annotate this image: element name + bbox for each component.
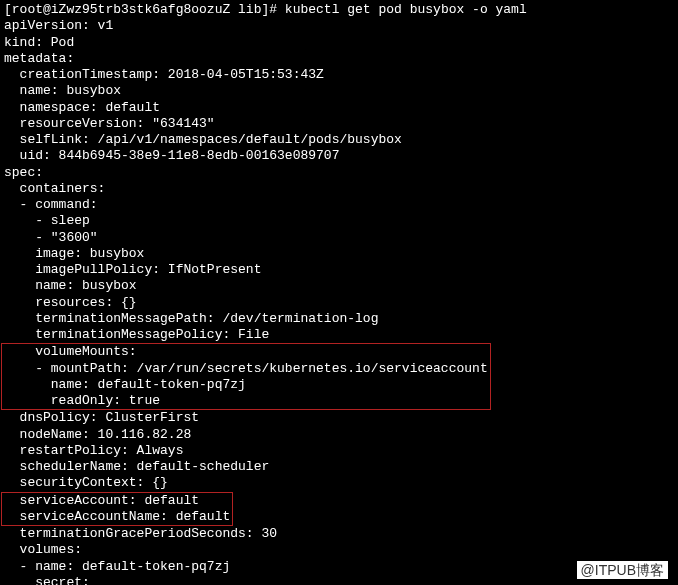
- yaml-line: kind: Pod: [4, 35, 674, 51]
- yaml-line: serviceAccount: default: [4, 493, 230, 509]
- yaml-line: - sleep: [4, 213, 674, 229]
- yaml-line: securityContext: {}: [4, 475, 674, 491]
- yaml-line: terminationGracePeriodSeconds: 30: [4, 526, 674, 542]
- yaml-line: secret:: [4, 575, 674, 585]
- watermark: @ITPUB博客: [577, 562, 668, 580]
- shell-prompt: [root@iZwz95trb3stk6afg8oozuZ lib]#: [4, 2, 285, 17]
- yaml-line: namespace: default: [4, 100, 674, 116]
- yaml-line: uid: 844b6945-38e9-11e8-8edb-00163e08970…: [4, 148, 674, 164]
- yaml-line: selfLink: /api/v1/namespaces/default/pod…: [4, 132, 674, 148]
- yaml-line: resources: {}: [4, 295, 674, 311]
- yaml-line: creationTimestamp: 2018-04-05T15:53:43Z: [4, 67, 674, 83]
- yaml-line: - command:: [4, 197, 674, 213]
- yaml-line: nodeName: 10.116.82.28: [4, 427, 674, 443]
- yaml-line: imagePullPolicy: IfNotPresent: [4, 262, 674, 278]
- yaml-line: volumes:: [4, 542, 674, 558]
- yaml-line: name: default-token-pq7zj: [4, 377, 488, 393]
- highlight-box-serviceaccount: serviceAccount: default serviceAccountNa…: [1, 492, 233, 527]
- yaml-line: - "3600": [4, 230, 674, 246]
- command-line[interactable]: [root@iZwz95trb3stk6afg8oozuZ lib]# kube…: [4, 2, 674, 18]
- yaml-line: dnsPolicy: ClusterFirst: [4, 410, 674, 426]
- yaml-line: containers:: [4, 181, 674, 197]
- yaml-line: volumeMounts:: [4, 344, 488, 360]
- yaml-line: - name: default-token-pq7zj: [4, 559, 674, 575]
- highlight-box-volumemounts: volumeMounts: - mountPath: /var/run/secr…: [1, 343, 491, 410]
- yaml-line: schedulerName: default-scheduler: [4, 459, 674, 475]
- yaml-line: restartPolicy: Always: [4, 443, 674, 459]
- yaml-line: serviceAccountName: default: [4, 509, 230, 525]
- yaml-line: name: busybox: [4, 83, 674, 99]
- yaml-line: terminationMessagePolicy: File: [4, 327, 674, 343]
- yaml-line: - mountPath: /var/run/secrets/kubernetes…: [4, 361, 488, 377]
- yaml-line: metadata:: [4, 51, 674, 67]
- yaml-line: readOnly: true: [4, 393, 488, 409]
- terminal-output: [root@iZwz95trb3stk6afg8oozuZ lib]# kube…: [0, 0, 678, 585]
- yaml-line: image: busybox: [4, 246, 674, 262]
- yaml-line: resourceVersion: "634143": [4, 116, 674, 132]
- yaml-line: name: busybox: [4, 278, 674, 294]
- yaml-line: terminationMessagePath: /dev/termination…: [4, 311, 674, 327]
- yaml-line: spec:: [4, 165, 674, 181]
- command-text: kubectl get pod busybox -o yaml: [285, 2, 527, 17]
- yaml-line: apiVersion: v1: [4, 18, 674, 34]
